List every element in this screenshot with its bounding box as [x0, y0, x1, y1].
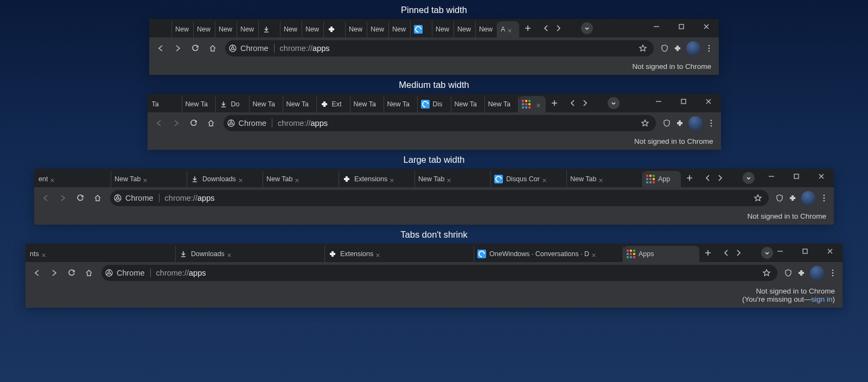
window-minimize[interactable] — [646, 94, 671, 109]
bookmark-star-icon[interactable] — [641, 119, 649, 128]
back-button[interactable] — [37, 190, 54, 206]
window-maximize[interactable] — [669, 19, 694, 34]
ublock-icon[interactable] — [784, 269, 793, 277]
tab-active[interactable]: App — [643, 171, 681, 187]
tab[interactable]: New Ta — [350, 96, 384, 112]
omnibox[interactable]: Chrome chrome://apps — [101, 265, 777, 281]
tab[interactable]: New Ta — [283, 96, 317, 112]
window-close[interactable] — [694, 19, 719, 34]
tab-scroll-left[interactable] — [569, 99, 577, 107]
window-close[interactable] — [696, 94, 721, 109]
tab[interactable]: New Ta — [384, 96, 418, 112]
tab[interactable] — [259, 21, 280, 37]
window-maximize[interactable] — [784, 169, 809, 184]
ublock-icon[interactable] — [662, 119, 671, 128]
tab-scroll-right[interactable] — [554, 24, 563, 33]
omnibox[interactable]: Chrome chrome://apps — [225, 40, 654, 56]
tab-close-icon[interactable] — [598, 177, 603, 182]
sign-in-link[interactable]: sign in — [811, 295, 832, 303]
tab-close-icon[interactable] — [238, 177, 243, 182]
extensions-icon[interactable] — [675, 119, 684, 128]
tab[interactable]: Disqus Cor — [491, 171, 567, 187]
tab-active[interactable]: Apps — [623, 246, 699, 262]
tab[interactable]: New Ta — [250, 96, 283, 112]
forward-button[interactable] — [55, 190, 71, 206]
tab[interactable]: New — [194, 21, 215, 37]
new-tab-button[interactable] — [550, 99, 559, 107]
tab-scroll-right[interactable] — [716, 174, 724, 182]
tab[interactable]: Do — [216, 96, 250, 112]
home-button[interactable] — [81, 265, 97, 281]
tab-close-icon[interactable] — [375, 252, 380, 257]
window-close[interactable] — [818, 244, 843, 259]
home-button[interactable] — [205, 40, 221, 56]
tab-close-icon[interactable] — [295, 177, 299, 182]
bookmark-star-icon[interactable] — [754, 194, 762, 202]
site-chip[interactable]: Chrome — [105, 269, 151, 277]
tab[interactable]: New Tab — [263, 171, 339, 187]
home-button[interactable] — [203, 115, 219, 131]
tab-scroll-left[interactable] — [542, 24, 551, 33]
bookmark-star-icon[interactable] — [762, 269, 771, 277]
menu-icon[interactable] — [820, 194, 828, 202]
reload-button[interactable] — [186, 115, 202, 131]
tab[interactable]: Downloads — [187, 171, 263, 187]
tab[interactable]: New — [215, 21, 237, 37]
tab[interactable] — [411, 21, 432, 37]
reload-button[interactable] — [187, 40, 203, 56]
tab[interactable]: New — [367, 21, 389, 37]
window-minimize[interactable] — [768, 244, 793, 259]
tab[interactable]: Downloads — [176, 246, 325, 262]
forward-button[interactable] — [168, 115, 184, 131]
tab-close-icon[interactable] — [390, 177, 394, 182]
new-tab-button[interactable] — [685, 174, 694, 182]
forward-button[interactable] — [170, 40, 186, 56]
home-button[interactable] — [90, 190, 106, 206]
menu-icon[interactable] — [828, 269, 837, 277]
tab-close-icon[interactable] — [446, 177, 451, 182]
tab[interactable]: New Tab — [111, 171, 187, 187]
back-button[interactable] — [152, 40, 169, 56]
tab[interactable]: New Tab — [415, 171, 491, 187]
new-tab-button[interactable] — [704, 249, 712, 257]
tab[interactable]: New — [172, 21, 194, 37]
profile-avatar[interactable] — [688, 116, 703, 130]
tab[interactable]: Ext — [317, 96, 350, 112]
tab-close-icon[interactable] — [41, 252, 46, 257]
tab[interactable]: Extensions — [339, 171, 415, 187]
tab-search-button[interactable] — [581, 22, 593, 34]
tab-scroll-right[interactable] — [734, 249, 743, 257]
menu-icon[interactable] — [705, 44, 713, 53]
ublock-icon[interactable] — [775, 194, 784, 202]
ublock-icon[interactable] — [660, 44, 669, 53]
tab[interactable]: New Tab — [567, 171, 643, 187]
back-button[interactable] — [29, 265, 45, 281]
omnibox[interactable]: Chrome chrome://apps — [110, 190, 769, 206]
extensions-icon[interactable] — [673, 44, 682, 53]
tab[interactable]: New — [302, 21, 324, 37]
tab[interactable]: Dis — [418, 96, 451, 112]
tab[interactable]: New Ta — [182, 96, 216, 112]
site-chip[interactable]: Chrome — [227, 119, 273, 128]
tab[interactable]: OneWindows · Conversations · D — [474, 246, 623, 262]
new-tab-button[interactable] — [524, 24, 532, 33]
tab-close-icon[interactable] — [542, 177, 547, 182]
tab[interactable]: ent — [35, 171, 111, 187]
bookmark-star-icon[interactable] — [639, 44, 647, 53]
omnibox[interactable]: Chrome chrome://apps — [224, 115, 656, 131]
site-chip[interactable]: Chrome — [228, 44, 275, 53]
tab-search-button[interactable] — [743, 172, 755, 184]
forward-button[interactable] — [46, 265, 62, 281]
reload-button[interactable] — [63, 265, 80, 281]
window-minimize[interactable] — [759, 169, 784, 184]
window-minimize[interactable] — [644, 19, 669, 34]
profile-avatar[interactable] — [686, 41, 700, 55]
tab[interactable]: New Ta — [451, 96, 485, 112]
tab[interactable]: New — [346, 21, 367, 37]
tab-scroll-left[interactable] — [704, 174, 712, 182]
tab-close-icon[interactable] — [536, 102, 541, 107]
tab[interactable]: New — [389, 21, 411, 37]
tab-scroll-left[interactable] — [722, 249, 731, 257]
window-maximize[interactable] — [793, 244, 818, 259]
window-close[interactable] — [809, 169, 834, 184]
